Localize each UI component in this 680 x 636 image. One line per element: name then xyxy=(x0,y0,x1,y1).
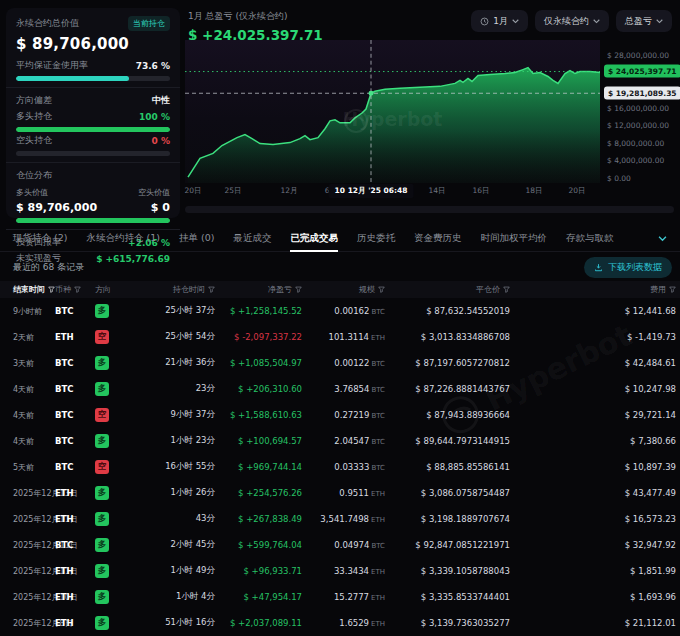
size-unit: ETH xyxy=(371,594,385,602)
table-row[interactable]: 2025年12月11日BTC多2小时 45分$ +599,764.040.049… xyxy=(0,532,680,558)
download-list-button[interactable]: 下载列表数据 xyxy=(584,257,672,278)
cell-fee: $ 7,380.66 xyxy=(510,436,676,446)
cell-duration: 1小时 23分 xyxy=(125,435,215,447)
header-label: 结束时间 xyxy=(13,284,45,295)
cell-size: 101.3114ETH xyxy=(302,332,385,342)
cell-size: 15.2777ETH xyxy=(302,592,385,602)
records-summary: 最近的 68 条记录 xyxy=(13,261,84,274)
chart-range-scrollbar[interactable] xyxy=(185,206,674,213)
margin-usage-value: 73.6 % xyxy=(136,61,170,71)
tab-completed-trades[interactable]: 已完成交易 xyxy=(290,226,338,251)
short-value-label: 空头价值 xyxy=(138,187,170,198)
cell-coin: BTC xyxy=(55,358,95,368)
tab-spot-positions[interactable]: 现货持仓 (2) xyxy=(13,226,67,251)
period-select[interactable]: 1月 xyxy=(471,10,528,32)
size-unit: BTC xyxy=(371,412,385,420)
long-value: $ 89,706,000 xyxy=(16,201,97,214)
cell-close-price: $ 87,632.54552019 xyxy=(385,306,510,316)
table-row[interactable]: 2025年12月8日ETH多51小时 16分$ +2,037,089.111.6… xyxy=(0,610,680,636)
table-row[interactable]: 9小时前BTC多25小时 37分$ +1,258,145.520.00162BT… xyxy=(0,298,680,324)
x-tick: 16日 xyxy=(472,186,489,196)
table-row[interactable]: 4天前BTC多1小时 23分$ +100,694.572.04547BTC$ 8… xyxy=(0,428,680,454)
table-row[interactable]: 4天前BTC空9小时 37分$ +1,588,610.630.27219BTC$… xyxy=(0,402,680,428)
table-row[interactable]: 2025年12月11日ETH多1小时 49分$ +96,933.7133.343… xyxy=(0,558,680,584)
cell-fee: $ 10,247.98 xyxy=(510,384,676,394)
table-row[interactable]: 5天前BTC空16小时 55分$ +969,744.140.03333BTC$ … xyxy=(0,454,680,480)
header-direction[interactable]: 方向 xyxy=(95,284,125,295)
tabs-collapse-button[interactable] xyxy=(658,226,667,251)
cell-close-price: $ 87,226.8881443767 xyxy=(385,384,510,394)
cell-direction: 空 xyxy=(95,460,125,474)
table-row[interactable]: 2天前ETH空25小时 54分$ -2,097,337.22101.3114ET… xyxy=(0,324,680,350)
cell-fee: $ 29,721.14 xyxy=(510,410,676,420)
tab-funding-history[interactable]: 资金费历史 xyxy=(414,226,462,251)
y-axis: $ 28,000,000.00 $ 24,025,397.71 $ 19,281… xyxy=(601,40,680,183)
cell-coin: ETH xyxy=(55,618,95,628)
cell-close-price: $ 87,943.88936664 xyxy=(385,410,510,420)
cell-end-time: 4天前 xyxy=(13,384,55,395)
tab-twap[interactable]: 时间加权平均价 xyxy=(480,226,547,251)
header-duration[interactable]: 持仓时间 xyxy=(125,284,215,295)
cell-coin: BTC xyxy=(55,462,95,472)
tab-perp-positions[interactable]: 永续合约持仓 (1) xyxy=(86,226,159,251)
dist-bar-fill xyxy=(16,218,170,223)
x-tick: 14日 xyxy=(428,186,445,196)
direction-badge: 多 xyxy=(95,512,109,526)
table-row[interactable]: 3天前BTC多21小时 36分$ +1,085,504.970.00122BTC… xyxy=(0,350,680,376)
cell-size: 3.76854BTC xyxy=(302,384,385,394)
table-row[interactable]: 2025年12月13日ETH多1小时 26分$ +254,576.260.951… xyxy=(0,480,680,506)
direction-badge: 多 xyxy=(95,486,109,500)
cell-duration: 1小时 49分 xyxy=(125,565,215,577)
long-pos-label: 多头持仓 xyxy=(16,110,52,123)
tab-deposits-withdrawals[interactable]: 存款与取款 xyxy=(566,226,614,251)
tab-recent-fills[interactable]: 最近成交 xyxy=(233,226,271,251)
header-net-pnl[interactable]: 净盈亏 xyxy=(215,284,302,295)
cell-duration: 21小时 36分 xyxy=(125,357,215,369)
current-position-badge: 当前持仓 xyxy=(128,16,170,31)
cell-duration: 25小时 37分 xyxy=(125,305,215,317)
cell-size: 1.6529ETH xyxy=(302,618,385,628)
tab-order-history[interactable]: 历史委托 xyxy=(357,226,395,251)
header-close-price[interactable]: 平仓价 xyxy=(385,284,510,295)
area-chart-svg xyxy=(185,40,600,183)
cell-size: 0.9511ETH xyxy=(302,488,385,498)
total-value: $ 89,706,000 xyxy=(16,35,170,53)
cell-close-price: $ 92,847.0851221971 xyxy=(385,540,510,550)
pnl-area-chart[interactable]: Hyperbot xyxy=(185,40,600,183)
cell-end-time: 3天前 xyxy=(13,358,55,369)
y-tick: $ 4,000,000.00 xyxy=(607,156,664,165)
size-unit: BTC xyxy=(371,308,385,316)
size-unit: BTC xyxy=(371,360,385,368)
table-row[interactable]: 4天前BTC多23分$ +206,310.603.76854BTC$ 87,22… xyxy=(0,376,680,402)
x-tick: 18日 xyxy=(525,186,542,196)
period-select-label: 1月 xyxy=(493,15,508,28)
metric-select[interactable]: 总盈亏 xyxy=(616,10,672,32)
pnl-title: 1月 总盈亏 (仅永续合约) xyxy=(188,10,323,23)
direction-badge: 多 xyxy=(95,434,109,448)
cell-net-pnl: $ +47,954.17 xyxy=(215,592,302,602)
table-row[interactable]: 2025年12月11日ETH多43分$ +267,838.493,541.749… xyxy=(0,506,680,532)
table-row[interactable]: 2025年12月10日ETH多1小时 4分$ +47,954.1715.2777… xyxy=(0,584,680,610)
header-coin[interactable]: 币种 xyxy=(55,284,95,295)
cell-net-pnl: $ +599,764.04 xyxy=(215,540,302,550)
y-tick: $ 12,000,000.00 xyxy=(607,121,669,130)
header-fee[interactable]: 费用 xyxy=(510,284,676,295)
header-end-time[interactable]: 结束时间 xyxy=(13,284,55,295)
cell-size: 0.27219BTC xyxy=(302,410,385,420)
scope-select[interactable]: 仅永续合约 xyxy=(535,10,609,32)
cell-end-time: 4天前 xyxy=(13,410,55,421)
header-size[interactable]: 规模 xyxy=(302,284,385,295)
cell-duration: 23分 xyxy=(125,383,215,395)
cell-end-time: 5天前 xyxy=(13,462,55,473)
cell-duration: 25小时 54分 xyxy=(125,331,215,343)
cell-direction: 多 xyxy=(95,590,125,604)
header-label: 平仓价 xyxy=(476,284,500,295)
cell-close-price: $ 89,644.7973144915 xyxy=(385,436,510,446)
cell-close-price: $ 3,086.0758754487 xyxy=(385,488,510,498)
cell-duration: 1小时 4分 xyxy=(125,591,215,603)
header-label: 持仓时间 xyxy=(173,284,205,295)
tab-open-orders[interactable]: 挂单 (0) xyxy=(179,226,214,251)
cell-net-pnl: $ +2,037,089.11 xyxy=(215,618,302,628)
filter-icon xyxy=(74,286,81,293)
y-tick: $ 8,000,000.00 xyxy=(607,139,664,148)
